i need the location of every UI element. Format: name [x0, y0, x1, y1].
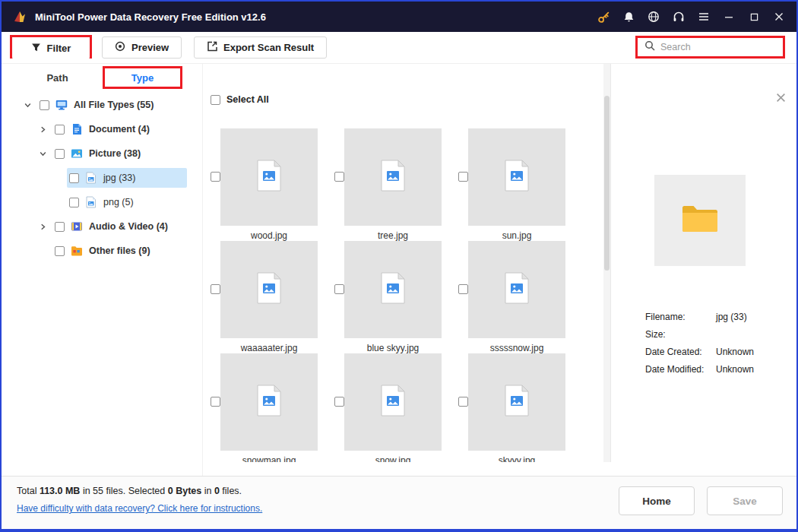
chevron-right-icon[interactable] — [38, 125, 47, 134]
image-file-icon — [380, 160, 406, 195]
close-preview-icon[interactable] — [776, 93, 787, 103]
search-box[interactable] — [638, 38, 789, 56]
app-logo-icon — [12, 9, 27, 24]
tree-checkbox[interactable] — [55, 246, 65, 256]
file-thumbnail[interactable] — [344, 353, 442, 451]
file-thumbnail[interactable] — [344, 128, 442, 226]
window-title: MiniTool Power Data Recovery Free Editio… — [35, 11, 266, 23]
selected-count: 0 — [214, 486, 220, 496]
license-key-icon[interactable] — [594, 7, 613, 27]
file-item[interactable]: tree.jpg — [334, 128, 442, 241]
close-button[interactable] — [769, 7, 789, 27]
image-file-icon — [380, 385, 406, 420]
tree-checkbox[interactable] — [55, 222, 65, 232]
file-thumbnail[interactable] — [468, 241, 565, 338]
tree-checkbox[interactable] — [69, 173, 79, 183]
detail-label: Size: — [645, 329, 716, 340]
tree-checkbox[interactable] — [40, 100, 49, 110]
titlebar-icons — [594, 7, 789, 27]
file-checkbox[interactable] — [334, 172, 344, 182]
file-checkbox[interactable] — [458, 397, 468, 407]
file-thumbnail[interactable] — [468, 128, 565, 226]
globe-language-icon[interactable] — [644, 7, 663, 27]
menu-icon[interactable] — [694, 7, 714, 27]
file-details: Filename: jpg (33) Size: Date Created: U… — [645, 308, 754, 378]
file-item[interactable]: wood.jpg — [211, 128, 318, 241]
export-icon — [207, 41, 217, 54]
file-checkbox[interactable] — [211, 397, 220, 407]
file-item[interactable]: sun.jpg — [458, 128, 565, 241]
tree-item-picture[interactable]: Picture (38) — [2, 141, 202, 166]
tree-item-jpg[interactable]: jpg (33) — [2, 166, 202, 190]
file-item[interactable]: snowman.jpg — [211, 353, 318, 462]
file-item[interactable]: blue skyy.jpg — [334, 241, 442, 353]
file-checkbox[interactable] — [458, 172, 468, 182]
home-button[interactable]: Home — [619, 486, 695, 515]
total-size: 113.0 MB — [40, 486, 81, 496]
tree-item-document[interactable]: Document (4) — [2, 117, 202, 141]
app-window: MiniTool Power Data Recovery Free Editio… — [0, 0, 798, 532]
file-item[interactable]: skyyy.jpg — [458, 353, 565, 462]
save-button[interactable]: Save — [707, 486, 783, 515]
image-file-icon — [256, 385, 282, 420]
tree-checkbox[interactable] — [55, 125, 65, 135]
headset-support-icon[interactable] — [669, 7, 689, 27]
detail-row: Date Created: Unknown — [645, 343, 754, 360]
chevron-right-icon[interactable] — [38, 222, 47, 231]
file-checkbox[interactable] — [211, 172, 220, 182]
file-name: blue skyy.jpg — [367, 344, 419, 353]
bell-icon[interactable] — [619, 7, 638, 27]
file-name: waaaaater.jpg — [241, 344, 298, 353]
scrollbar-thumb[interactable] — [604, 96, 610, 271]
file-checkbox[interactable] — [211, 284, 220, 294]
chevron-down-icon[interactable] — [23, 100, 32, 109]
file-name: wood.jpg — [251, 231, 287, 241]
file-item[interactable]: sssssnow.jpg — [458, 241, 565, 353]
sidebar: Path Type All File Types (55) — [2, 64, 203, 476]
file-thumbnail[interactable] — [220, 128, 318, 226]
export-scan-result-button[interactable]: Export Scan Result — [194, 36, 327, 59]
tree-checkbox[interactable] — [55, 149, 65, 159]
help-link[interactable]: Have difficulty with data recovery? Clic… — [17, 503, 262, 514]
file-item[interactable]: snow.jpg — [334, 353, 442, 462]
png-file-icon — [85, 196, 97, 208]
selection-summary: Total 113.0 MB in 55 files. Selected 0 B… — [17, 486, 242, 496]
preview-button[interactable]: Preview — [102, 36, 182, 59]
tab-path[interactable]: Path — [21, 72, 93, 84]
tree-item-png[interactable]: png (5) — [2, 190, 202, 214]
file-thumbnail[interactable] — [468, 353, 565, 451]
tree-item-label: Picture (38) — [89, 148, 141, 159]
detail-value: Unknown — [716, 347, 754, 357]
other-files-icon — [71, 245, 83, 257]
file-item[interactable]: waaaaater.jpg — [211, 241, 318, 353]
file-checkbox[interactable] — [334, 284, 344, 294]
file-name: snow.jpg — [375, 456, 411, 462]
detail-label: Date Modified: — [645, 364, 716, 375]
minimize-button[interactable] — [719, 7, 739, 27]
file-thumbnail[interactable] — [220, 353, 318, 451]
select-all-checkbox[interactable] — [211, 95, 220, 105]
filter-button[interactable]: Filter — [12, 37, 90, 59]
vertical-scrollbar[interactable] — [603, 64, 610, 462]
tab-type[interactable]: Type — [105, 68, 180, 87]
tree-checkbox[interactable] — [69, 198, 79, 207]
tree-item-label: Other files (9) — [89, 245, 150, 256]
tree-item-other-files[interactable]: Other files (9) — [2, 239, 202, 263]
tree-item-audio-video[interactable]: Audio & Video (4) — [2, 214, 202, 239]
file-checkbox[interactable] — [334, 397, 344, 407]
export-button-label: Export Scan Result — [223, 42, 314, 53]
file-thumbnail[interactable] — [220, 241, 318, 338]
tree-item-all-file-types[interactable]: All File Types (55) — [2, 93, 202, 117]
image-file-icon — [504, 272, 530, 307]
jpg-file-icon — [85, 172, 97, 184]
image-file-icon — [504, 385, 530, 420]
search-input[interactable] — [660, 42, 783, 52]
detail-value: Unknown — [716, 364, 754, 375]
maximize-button[interactable] — [744, 7, 764, 27]
preview-button-label: Preview — [131, 42, 169, 53]
file-checkbox[interactable] — [458, 284, 468, 294]
chevron-down-icon[interactable] — [38, 149, 47, 158]
detail-row: Size: — [645, 325, 754, 343]
eye-icon — [115, 41, 125, 54]
file-thumbnail[interactable] — [344, 241, 442, 338]
